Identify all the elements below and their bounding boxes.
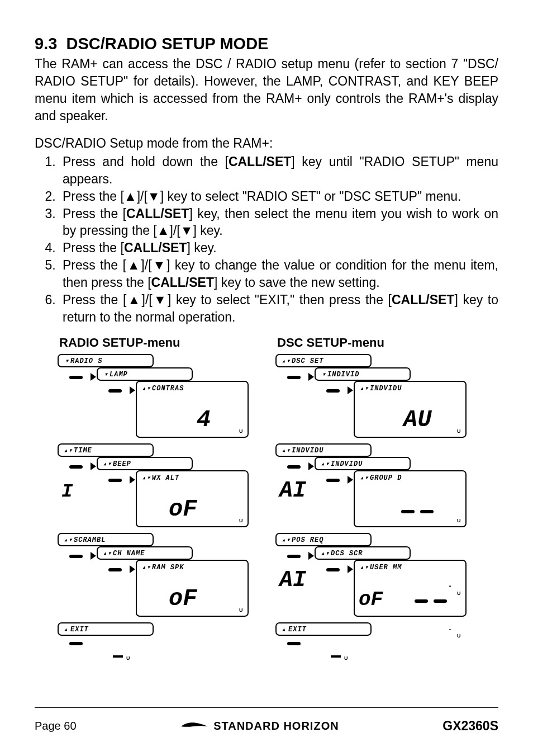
svg-text:INDIVID: INDIVID xyxy=(327,371,359,379)
menu-diagrams-row: RADIO SETUP-menu ▾ RADIO S ▾ LAMP ▴▾ CON… xyxy=(57,336,498,666)
svg-text:AU: AU xyxy=(402,407,432,433)
svg-text:RAM SPK: RAM SPK xyxy=(152,564,184,571)
svg-marker-64 xyxy=(308,373,314,381)
svg-text:CONTRAS: CONTRAS xyxy=(152,385,184,393)
dsc-setup-menu-column: DSC SETUP-menu ▴▾ DSC SET ▾ INDIVID ▴▾ I… xyxy=(275,336,476,666)
svg-text:▴▾: ▴▾ xyxy=(142,474,151,482)
svg-text:EXIT: EXIT xyxy=(288,626,307,634)
svg-text:BEEP: BEEP xyxy=(113,460,131,468)
svg-text:DSC SET: DSC SET xyxy=(292,357,323,365)
intro-paragraph: The RAM+ can access the DSC / RADIO setu… xyxy=(35,55,498,125)
svg-marker-66 xyxy=(348,386,353,394)
step-3: Press the [CALL/SET] key, then select th… xyxy=(59,205,498,240)
svg-text:WX ALT: WX ALT xyxy=(152,474,179,482)
svg-text:▴▾: ▴▾ xyxy=(282,357,291,365)
svg-text:U: U xyxy=(457,590,461,596)
svg-text:I: I xyxy=(61,481,73,502)
svg-rect-101 xyxy=(415,599,428,603)
svg-marker-45 xyxy=(130,565,135,573)
svg-text:CH NAME: CH NAME xyxy=(113,550,145,557)
svg-marker-81 xyxy=(348,476,353,484)
svg-text:U: U xyxy=(239,428,243,434)
svg-text:RADIO S: RADIO S xyxy=(70,357,102,365)
svg-marker-43 xyxy=(91,552,96,560)
svg-text:oF: oF xyxy=(359,588,384,611)
svg-text:▴▾: ▴▾ xyxy=(64,536,73,544)
step-5: Press the [▲]/[▼] key to change the valu… xyxy=(59,257,498,291)
page-number: Page 60 xyxy=(35,720,77,733)
svg-text:U: U xyxy=(239,518,243,523)
svg-text:▴▾: ▴▾ xyxy=(142,564,151,571)
svg-text:-: - xyxy=(448,626,453,634)
svg-text:▴▾: ▴▾ xyxy=(142,385,151,393)
svg-rect-44 xyxy=(108,568,122,571)
svg-text:LAMP: LAMP xyxy=(110,371,128,379)
svg-text:U: U xyxy=(457,518,461,523)
svg-text:▴▾: ▴▾ xyxy=(360,385,369,393)
svg-text:EXIT: EXIT xyxy=(70,626,89,634)
svg-marker-100 xyxy=(348,565,353,573)
svg-rect-27 xyxy=(69,465,83,469)
svg-marker-12 xyxy=(91,373,96,381)
svg-text:oF: oF xyxy=(169,496,197,523)
svg-marker-28 xyxy=(91,462,96,470)
svg-rect-65 xyxy=(326,389,340,393)
svg-text:U: U xyxy=(126,655,130,661)
svg-marker-30 xyxy=(130,476,135,484)
section-number: 9.3 xyxy=(35,35,57,53)
svg-rect-80 xyxy=(326,479,340,482)
brand-text: STANDARD HORIZON xyxy=(213,720,339,733)
svg-rect-50 xyxy=(113,655,123,658)
svg-text:▴▾: ▴▾ xyxy=(360,564,369,571)
horizon-swoosh-icon xyxy=(180,720,209,733)
svg-text:▾: ▾ xyxy=(104,371,108,379)
svg-text:-: - xyxy=(448,583,453,590)
dsc-setup-menu-title: DSC SETUP-menu xyxy=(277,336,476,350)
step-1: Press and hold down the [CALL/SET] key u… xyxy=(59,153,498,188)
svg-text:POS REQ: POS REQ xyxy=(292,536,323,544)
svg-rect-99 xyxy=(326,568,340,571)
svg-rect-82 xyxy=(401,510,415,513)
svg-text:▾: ▾ xyxy=(65,357,69,365)
step-2: Press the [▲]/[▼] key to select "RADIO S… xyxy=(59,188,498,205)
step-6: Press the [▲]/[▼] key to select "EXIT," … xyxy=(59,291,498,326)
svg-text:AI: AI xyxy=(278,478,307,503)
svg-text:INDVIDU: INDVIDU xyxy=(292,447,323,455)
svg-text:▴: ▴ xyxy=(282,626,286,634)
svg-rect-49 xyxy=(69,642,83,645)
svg-rect-13 xyxy=(108,389,122,393)
svg-text:▾: ▾ xyxy=(322,371,326,379)
svg-marker-98 xyxy=(308,552,314,560)
radio-setup-menu-title: RADIO SETUP-menu xyxy=(59,336,258,350)
svg-text:INDVIDU: INDVIDU xyxy=(370,385,402,393)
svg-marker-79 xyxy=(308,462,314,470)
svg-text:▴▾: ▴▾ xyxy=(282,447,291,455)
svg-text:▴▾: ▴▾ xyxy=(321,460,330,468)
svg-text:oF: oF xyxy=(169,585,197,612)
svg-text:▴: ▴ xyxy=(64,626,68,634)
steps-list: Press and hold down the [CALL/SET] key u… xyxy=(35,153,498,325)
sub-intro: DSC/RADIO Setup mode from the RAM+: xyxy=(35,136,498,151)
svg-text:GROUP D: GROUP D xyxy=(370,474,402,482)
svg-text:▴▾: ▴▾ xyxy=(103,460,112,468)
section-title-text: DSC/RADIO SETUP MODE xyxy=(66,35,268,53)
svg-text:U: U xyxy=(457,428,461,434)
manual-page: 9.3 DSC/RADIO SETUP MODE The RAM+ can ac… xyxy=(0,0,533,756)
svg-text:TIME: TIME xyxy=(74,447,92,455)
svg-text:DCS SCR: DCS SCR xyxy=(331,550,363,557)
radio-setup-menu-diagram: ▾ RADIO S ▾ LAMP ▴▾ CONTRAS 4 U xyxy=(57,353,253,664)
svg-rect-63 xyxy=(287,376,301,379)
svg-text:U: U xyxy=(344,655,348,661)
svg-rect-97 xyxy=(287,555,301,558)
svg-text:▴▾: ▴▾ xyxy=(321,550,330,557)
brand-logo: STANDARD HORIZON xyxy=(180,720,339,733)
svg-rect-78 xyxy=(287,465,301,469)
svg-rect-11 xyxy=(69,376,83,379)
svg-text:▴▾: ▴▾ xyxy=(282,536,291,544)
section-heading: 9.3 DSC/RADIO SETUP MODE xyxy=(35,35,498,53)
svg-rect-83 xyxy=(420,510,434,513)
svg-text:4: 4 xyxy=(197,407,211,433)
svg-rect-42 xyxy=(69,555,83,558)
step-4: Press the [CALL/SET] key. xyxy=(59,239,498,257)
dsc-setup-menu-diagram: ▴▾ DSC SET ▾ INDIVID ▴▾ INDVIDU AU U xyxy=(275,353,470,664)
